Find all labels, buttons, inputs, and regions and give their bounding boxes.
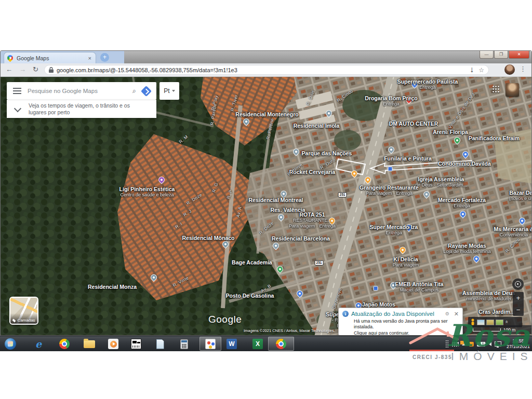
map-pin (387, 145, 396, 154)
tab-title: Google Maps (17, 55, 87, 61)
minimize-button[interactable]: — (480, 51, 494, 59)
reload-button[interactable]: ↻ (33, 65, 38, 74)
search-input[interactable]: Pesquise no Google Maps (28, 88, 127, 94)
window-controls: — ❐ ✕ (479, 51, 529, 59)
street-label: R. P (225, 189, 233, 200)
screen: Google Maps × + — ❐ ✕ ← → ↻ google.com.b… (0, 0, 532, 399)
download-icon[interactable]: ⭣ (471, 66, 474, 74)
taskbar-file-explorer[interactable] (83, 338, 96, 350)
street-label: R. J (182, 208, 192, 217)
travel-times-panel[interactable]: Veja os tempos de viagem, o trânsito e o… (7, 100, 156, 118)
tray-handle-icon (445, 340, 449, 348)
show-hidden-icons[interactable] (462, 343, 466, 345)
search-box[interactable]: Pesquise no Google Maps ⌕ (7, 82, 156, 100)
directions-icon[interactable] (141, 85, 152, 96)
map-label: Funilaria e Pintura (384, 155, 432, 162)
taskbar-internet-explorer[interactable]: e (32, 338, 45, 350)
map-pin (389, 281, 398, 290)
keyboard-layout-icon[interactable] (452, 342, 459, 347)
forward-button[interactable]: → (19, 65, 26, 74)
pegman-icon[interactable] (470, 318, 475, 326)
street-label: R. Nove (287, 162, 304, 177)
map-label: Residencial Mônaco (182, 235, 235, 241)
layers-button[interactable]: Camadas (9, 297, 38, 325)
tab-google-maps[interactable]: Google Maps × (4, 52, 96, 63)
map-label: Arena Floripa (433, 129, 468, 135)
map-label: Res. Valência (270, 207, 305, 213)
info-icon: i (342, 311, 349, 317)
browser-menu-icon[interactable]: ⋮ (520, 65, 526, 73)
volume-icon[interactable] (488, 342, 491, 346)
taskbar-clock[interactable]: 15:55 27/10/2021 (507, 338, 530, 350)
word-icon: W (227, 339, 237, 349)
street-label: R. Doze (258, 220, 275, 235)
zoom-out-button[interactable]: − (516, 307, 521, 313)
new-tab-button[interactable]: + (100, 53, 109, 62)
street-label: R. Perone (265, 117, 275, 140)
street-label: R. Cinco (504, 237, 521, 254)
close-button[interactable]: ✕ (509, 51, 529, 59)
start-button[interactable] (4, 338, 17, 350)
java-update-popup[interactable]: i Atualização do Java Disponível ⚙ ✕ Há … (338, 308, 463, 336)
popup-body-line2[interactable]: Clique aqui para continuar. (354, 330, 459, 336)
taskbar-chrome-active[interactable] (268, 337, 294, 351)
imagery-thumbnail[interactable] (477, 320, 485, 325)
street-label: R. Ouro (320, 157, 337, 170)
scale-label: 100 m (503, 327, 516, 332)
map-pin (405, 223, 414, 232)
gear-icon[interactable]: ⚙ (445, 311, 449, 316)
street-label: Av. B (260, 283, 272, 294)
collapse-icon[interactable]: » (504, 321, 509, 323)
scale-line (473, 328, 501, 331)
taskbar-word[interactable]: W (225, 338, 238, 350)
street-label: R. M (178, 134, 189, 144)
transit-stop-icon[interactable] (388, 167, 393, 171)
taskbar-excel[interactable]: X (251, 338, 264, 350)
map-pin (472, 255, 481, 263)
map-label: Cras Jardim... (478, 309, 514, 315)
search-icon[interactable]: ⌕ (132, 87, 136, 95)
paint-icon (205, 339, 216, 349)
chevron-down-icon[interactable] (14, 104, 21, 112)
map-pin (405, 96, 414, 104)
taskbar-paint[interactable] (200, 337, 221, 351)
my-location-button[interactable] (512, 278, 524, 290)
zoom-in-button[interactable]: + (516, 295, 521, 301)
imagery-thumbnail[interactable] (496, 320, 503, 325)
street-label: R. G (211, 182, 219, 193)
popup-title: Atualização do Java Disponível (351, 311, 443, 317)
browser-toolbar: ← → ↻ google.com.br/maps/@-15.5448058,-5… (1, 63, 531, 77)
browser-profile-avatar[interactable] (504, 64, 515, 75)
map-canvas[interactable]: Supermercado PaulistaEntregaDrogaria Bom… (1, 77, 531, 336)
network-icon[interactable] (495, 341, 501, 347)
back-button[interactable]: ← (6, 65, 12, 74)
browser-window: Google Maps × + — ❐ ✕ ← → ↻ google.com.b… (0, 50, 532, 336)
imagery-thumbnail[interactable] (486, 320, 494, 325)
language-label: Pt (164, 87, 169, 95)
menu-hamburger-icon[interactable] (13, 88, 21, 94)
popup-close-icon[interactable]: ✕ (454, 311, 459, 316)
taskbar-calculator[interactable] (178, 338, 190, 350)
taskbar-scanner-app[interactable] (130, 338, 142, 350)
lock-icon (49, 67, 54, 73)
address-bar[interactable]: google.com.br/maps/@-15.5448058,-56.0829… (44, 65, 489, 75)
action-center-icon[interactable] (469, 342, 474, 347)
scanner-app-icon (131, 339, 141, 349)
taskbar-notepad[interactable] (154, 338, 166, 350)
taskbar: e W X 15:55 27/10/2021 (0, 336, 532, 351)
route-shield: 251 (338, 192, 347, 197)
google-apps-grid-icon[interactable] (492, 85, 499, 92)
account-avatar[interactable] (506, 83, 519, 97)
tab-close-icon[interactable]: × (87, 55, 92, 61)
map-pin (221, 240, 230, 249)
map-label: Assembleia de Deusministério de Madurer (462, 290, 515, 302)
language-button[interactable]: Pt (159, 82, 179, 100)
url-text: google.com.br/maps/@-15.5448058,-56.0829… (57, 67, 466, 73)
my-location-icon (515, 281, 521, 287)
taskbar-media-player[interactable] (107, 338, 119, 350)
maximize-button[interactable]: ❐ (494, 51, 508, 59)
taskbar-chrome[interactable] (58, 338, 71, 350)
bookmark-star-icon[interactable]: ☆ (478, 66, 484, 74)
transit-stop-icon[interactable] (374, 286, 378, 291)
travel-times-text: Veja os tempos de viagem, o trânsito e o… (29, 102, 145, 116)
